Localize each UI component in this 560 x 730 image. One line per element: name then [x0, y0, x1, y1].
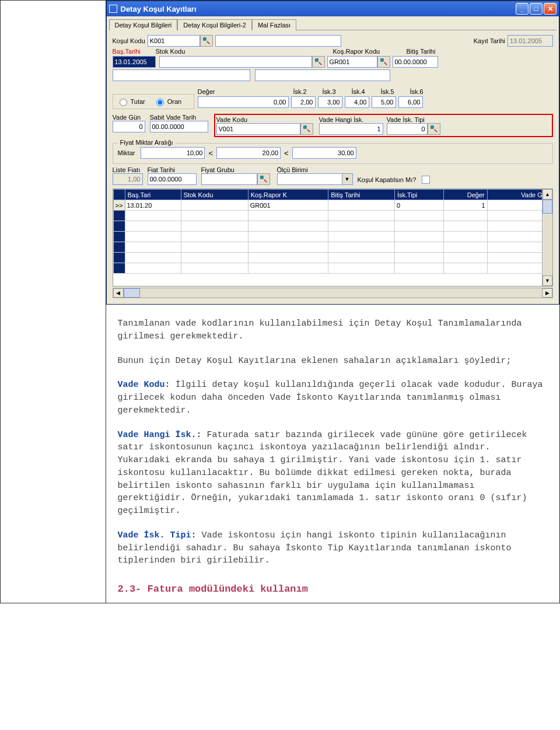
- hscroll-thumb[interactable]: [124, 288, 140, 298]
- input-fiat-tarihi[interactable]: [148, 173, 197, 185]
- label-olcu-birimi: Ölçü Birimi: [277, 166, 351, 173]
- radio-tutar[interactable]: Tutar: [117, 97, 145, 106]
- table-row[interactable]: [113, 221, 552, 232]
- checkbox-kosul-kapatilsin[interactable]: [422, 176, 430, 184]
- input-kos-rapor-kodu[interactable]: [327, 56, 377, 68]
- chevron-down-icon: ▼: [342, 174, 352, 184]
- table-row[interactable]: >> 13.01.20 GR001 0 1 30: [113, 200, 552, 211]
- gridcol-isk-tipi[interactable]: İsk.Tipi: [394, 190, 443, 200]
- label-fiat-tarihi: Fiat Tarihi: [148, 166, 197, 173]
- label-deger: Değer: [198, 88, 291, 95]
- label-bas-tarihi: Baş.Tarihi: [113, 48, 153, 55]
- input-vade-isk-tipi[interactable]: [387, 123, 428, 135]
- label-stok-kodu: Stok Kodu: [156, 48, 331, 55]
- label-vade-hangi-isk: Vade Hangi İsk.: [319, 116, 384, 123]
- grid-horizontal-scrollbar[interactable]: ◀ ▶: [113, 288, 554, 298]
- document-body: Tanımlanan vade kodlarının kullanılabilm…: [106, 305, 560, 603]
- table-row[interactable]: [113, 242, 552, 253]
- lookup-kos-rapor-kodu[interactable]: [377, 56, 390, 68]
- input-isk2[interactable]: [291, 96, 316, 108]
- scroll-right-icon[interactable]: ▶: [542, 288, 552, 298]
- radio-oran-input[interactable]: [156, 99, 164, 106]
- window-title: Detay Koşul Kayıtları: [121, 5, 516, 13]
- doc-term: Vade Kodu:: [118, 380, 170, 390]
- lt-2: <: [284, 149, 289, 158]
- gridcol-kos-rapor[interactable]: Koş.Rapor K: [248, 190, 328, 200]
- row-marker[interactable]: >>: [113, 200, 125, 211]
- input-isk4[interactable]: [345, 96, 369, 108]
- label-bitis-tarihi: Bitiş Tarihi: [407, 48, 436, 55]
- radio-oran[interactable]: Oran: [153, 97, 181, 106]
- input-bitis-tarihi[interactable]: [393, 56, 438, 68]
- label-kosul-kapatilsin: Koşul Kapatılsın Mı?: [358, 176, 416, 183]
- input-sabit-vade-tarih[interactable]: [150, 121, 208, 132]
- doc-paragraph: Bunun için Detay Koşul Kayıtlarına eklen…: [118, 355, 548, 368]
- tab-mal-fazlasi[interactable]: Mal Fazlası: [252, 19, 296, 30]
- input-kosul-kodu[interactable]: [148, 35, 200, 47]
- select-olcu-birimi[interactable]: ▼: [277, 173, 353, 185]
- input-miktar1[interactable]: [141, 147, 205, 159]
- label-kosul-kodu: Koşul Kodu: [113, 37, 145, 44]
- input-stok-kodu[interactable]: [159, 56, 312, 68]
- input-kosul-aciklama[interactable]: [215, 35, 341, 47]
- hscroll-track[interactable]: [124, 288, 542, 298]
- input-vade-kodu[interactable]: [216, 123, 300, 135]
- scroll-down-icon[interactable]: ▼: [542, 275, 552, 286]
- input-wide-1[interactable]: [113, 69, 250, 81]
- gridcol-bitis-tarihi[interactable]: Bitiş Tarihi: [328, 190, 395, 200]
- input-miktar3[interactable]: [292, 147, 356, 159]
- lookup-vade-kodu[interactable]: [300, 123, 313, 135]
- label-isk6: İsk.6: [410, 88, 437, 95]
- table-row[interactable]: [113, 211, 552, 221]
- label-isk5: İsk.5: [381, 88, 408, 95]
- input-fiyat-grubu[interactable]: [201, 173, 257, 185]
- scroll-left-icon[interactable]: ◀: [113, 288, 124, 298]
- minimize-button[interactable]: _: [516, 3, 528, 15]
- label-vade-kodu: Vade Kodu: [216, 116, 317, 123]
- section-heading: 2.3- Fatura modülündeki kullanım: [118, 582, 548, 597]
- input-isk6[interactable]: [398, 96, 423, 108]
- scroll-up-icon[interactable]: ▲: [542, 189, 552, 200]
- doc-paragraph: Vade Kodu: İlgili detay koşul kullanıldı…: [118, 379, 548, 417]
- gridcol-stok-kodu[interactable]: Stok Kodu: [181, 190, 248, 200]
- svg-rect-0: [204, 38, 206, 40]
- tabstrip: Detay Koşul Bilgileri Detay Koşul Bilgil…: [107, 16, 559, 30]
- radio-tutar-input[interactable]: [120, 99, 127, 106]
- doc-paragraph: Vade Hangi İsk.: Faturada satır bazında …: [118, 429, 548, 518]
- input-vade-gun[interactable]: [113, 121, 145, 132]
- table-row[interactable]: [113, 253, 552, 263]
- titlebar[interactable]: Detay Koşul Kayıtları _ □ ✕: [107, 1, 559, 16]
- input-deger[interactable]: [198, 96, 289, 108]
- radio-group-tutar-oran: Tutar Oran: [113, 94, 194, 109]
- label-fiyat-grubu: Fiyat Grubu: [201, 166, 272, 173]
- label-liste-fiati: Liste Fiatı: [113, 166, 143, 173]
- table-row[interactable]: [113, 263, 552, 274]
- close-button[interactable]: ✕: [544, 3, 556, 15]
- label-sabit-vade-tarih: Sabit Vade Tarih: [150, 114, 208, 121]
- doc-left-margin: [1, 1, 106, 603]
- lookup-stok-kodu[interactable]: [312, 56, 325, 68]
- gridcol-bas-tarihi[interactable]: Baş.Tari: [125, 190, 181, 200]
- input-isk3[interactable]: [318, 96, 342, 108]
- svg-rect-4: [430, 126, 433, 128]
- tab-detay-kosul-bilgileri[interactable]: Detay Koşul Bilgileri: [109, 19, 178, 30]
- label-isk2: İsk.2: [293, 88, 320, 95]
- grid-header-row: Baş.Tari Stok Kodu Koş.Rapor K Bitiş Tar…: [113, 190, 552, 200]
- scroll-thumb[interactable]: [542, 200, 552, 214]
- grid-vertical-scrollbar[interactable]: ▲ ▼: [542, 189, 552, 286]
- input-isk5[interactable]: [372, 96, 396, 108]
- svg-rect-3: [303, 126, 306, 128]
- lt-1: <: [208, 149, 213, 158]
- gridcol-deger[interactable]: Değer: [443, 190, 487, 200]
- input-miktar2[interactable]: [216, 147, 281, 159]
- lookup-fiyat-grubu[interactable]: [257, 173, 270, 185]
- lookup-kosul-kodu[interactable]: [200, 35, 213, 47]
- input-vade-hangi-isk[interactable]: [319, 123, 383, 135]
- lookup-vade-isk-tipi[interactable]: [428, 123, 440, 135]
- table-row[interactable]: [113, 232, 552, 242]
- tab-detay-kosul-bilgileri-2[interactable]: Detay Koşul Bilgileri-2: [177, 19, 252, 30]
- data-grid[interactable]: Baş.Tari Stok Kodu Koş.Rapor K Bitiş Tar…: [113, 188, 554, 287]
- maximize-button[interactable]: □: [530, 3, 542, 15]
- input-bas-tarihi[interactable]: [113, 56, 156, 68]
- input-wide-2[interactable]: [255, 69, 390, 81]
